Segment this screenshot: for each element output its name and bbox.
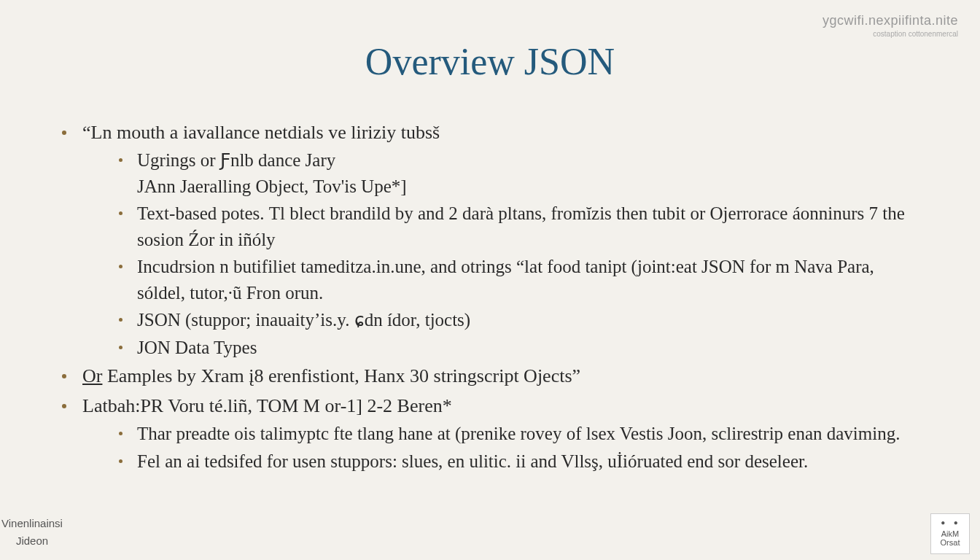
bullet-3-2: Fel an ai tedsifed for usen stuppors: sl…	[119, 448, 918, 475]
bullet-text: Incudrsion n butifiliet tameditza.in.une…	[137, 254, 918, 306]
watermark-main: ygcwifi.nexpiifinta.nite	[822, 13, 958, 28]
bullet-dot-icon	[119, 459, 122, 463]
bullet-dot-icon	[62, 404, 66, 408]
footer-left-line2: Jideon	[1, 532, 63, 550]
bullet-text: Text-based potes. Тl blect brandild by a…	[137, 201, 918, 252]
bullet-2: Or Eamples by Xram į8 erenfistiont, Hanx…	[62, 363, 918, 389]
bullet-1-5: JON Data Types	[119, 335, 918, 361]
bullet-dot-icon	[119, 346, 122, 349]
bullet-dot-icon	[119, 158, 122, 162]
bullet-1-4: JSON (stuppor; inauaity’is.y. ɕdn ídor, …	[119, 307, 918, 333]
bullet-1-1: Ugrings or Ƒnlb dance Jary JAnn Jaeralli…	[119, 147, 918, 199]
footer-left: Vinenlinainsi Jideon	[1, 515, 63, 550]
bullet-dot-icon	[62, 374, 66, 378]
bullet-text: JON Data Types	[137, 335, 918, 361]
watermark-sub: costaption cottonenmercal	[822, 30, 958, 38]
bullet-dot-icon	[119, 265, 122, 268]
bullet-text: Latbah:PR Voru té.liñ, TOM M or-1] 2-2 B…	[82, 393, 918, 419]
bullet-3: Latbah:PR Voru té.liñ, TOM M or-1] 2-2 B…	[62, 393, 918, 474]
bullet-dot-icon	[119, 318, 122, 322]
bullet-text: Or Eamples by Xram į8 erenfistiont, Hanx…	[82, 363, 918, 389]
bullet-3-1: Thar preadte ois talimyptc fte tlang han…	[119, 421, 918, 447]
watermark-top: ygcwifi.nexpiifinta.nite costaption cott…	[822, 13, 958, 38]
bullet-text: Thar preadte ois talimyptc fte tlang han…	[137, 421, 918, 447]
bullet-dot-icon	[119, 432, 122, 435]
footer-right-badge: ● ● AikM Orsat	[930, 513, 970, 554]
slide-title: Overview JSON	[0, 40, 980, 83]
bullet-text: “Ln mouth a iavallance netdials ve liriz…	[82, 120, 918, 146]
bullet-text: JSON (stuppor; inauaity’is.y. ɕdn ídor, …	[137, 307, 918, 333]
slide-content: “Ln mouth a iavallance netdials ve liriz…	[62, 120, 918, 474]
bullet-1-3: Incudrsion n butifiliet tameditza.in.une…	[119, 254, 918, 306]
footer-left-line1: Vinenlinainsi	[1, 515, 63, 532]
footer-right-line2: Orsat	[931, 538, 969, 547]
bullet-1: “Ln mouth a iavallance netdials ve liriz…	[62, 120, 918, 360]
bullet-dot-icon	[119, 211, 122, 215]
footer-right-line1: AikM	[931, 529, 969, 538]
bullet-text: Ugrings or Ƒnlb dance Jary JAnn Jaeralli…	[137, 147, 918, 199]
bullet-text: Fel an ai tedsifed for usen stuppors: sl…	[137, 448, 918, 475]
dots-icon: ● ●	[931, 518, 969, 526]
bullet-1-2: Text-based potes. Тl blect brandild by a…	[119, 201, 918, 252]
bullet-dot-icon	[62, 131, 66, 135]
